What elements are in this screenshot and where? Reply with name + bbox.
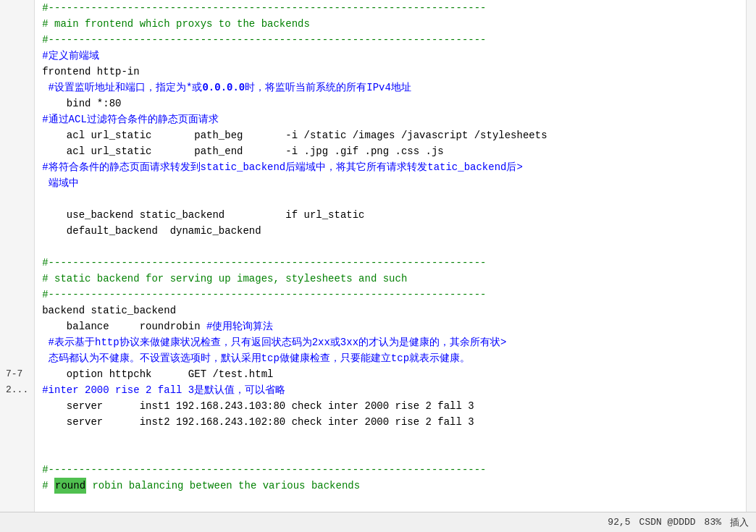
line-1: #---------------------------------------… [42,0,739,16]
scrollbar[interactable] [746,0,756,512]
line-17: # static backend for serving up images, … [42,271,739,287]
line-15 [42,239,739,255]
line-19: backend static_backend [42,303,739,318]
line-13: use_backend static_backend if url_static [42,207,739,223]
encoding-info: 83% [705,517,721,528]
line-25: server inst2 192.168.243.102:80 check in… [42,414,739,430]
line-21: #表示基于http协议来做健康状况检查，只有返回状态码为2xx或3xx的才认为是… [42,334,739,366]
line-29: # round robin balancing between the vari… [42,478,739,494]
line-4: #定义前端域 [42,48,739,64]
line-11: #将符合条件的静态页面请求转发到static_backend后端域中，将其它所有… [42,159,739,191]
highlight-round: round [55,480,85,491]
line-27 [42,446,739,462]
line-26 [42,430,739,446]
line-7: bind *:80 [42,96,739,111]
line-10: acl url_static path_end -i .jpg .gif .pn… [42,143,739,159]
line-23: #inter 2000 rise 2 fall 3是默认值，可以省略 [42,382,739,398]
editor-container: 7-7 2... #------------------------------… [0,0,756,512]
line-28: #---------------------------------------… [42,462,739,478]
line-22: option httpchk GET /test.html [42,366,739,382]
insert-mode: 插入 [730,516,749,529]
line-24: server inst1 192.168.243.103:80 check in… [42,398,739,414]
source-info: CSDN @DDDD [639,517,696,528]
cursor-position: 92,5 [608,517,630,528]
line-20: balance roundrobin #使用轮询算法 [42,318,739,334]
line-numbers: 7-7 2... [0,0,35,512]
line-8: #通过ACL过滤符合条件的静态页面请求 [42,111,739,127]
line-3: #---------------------------------------… [42,32,739,48]
line-18: #---------------------------------------… [42,287,739,303]
line-14: default_backend dynamic_backend [42,223,739,239]
line-9: acl url_static path_beg -i /static /imag… [42,127,739,143]
code-area[interactable]: #---------------------------------------… [35,0,746,512]
line-5: frontend http-in [42,64,739,80]
line-6: #设置监听地址和端口，指定为*或0.0.0.0时，将监听当前系统的所有IPv4地… [42,80,739,96]
line-16: #---------------------------------------… [42,255,739,271]
line-2: # main frontend which proxys to the back… [42,16,739,32]
status-bar: 92,5 CSDN @DDDD 83% 插入 [0,512,756,532]
line-12 [42,191,739,207]
